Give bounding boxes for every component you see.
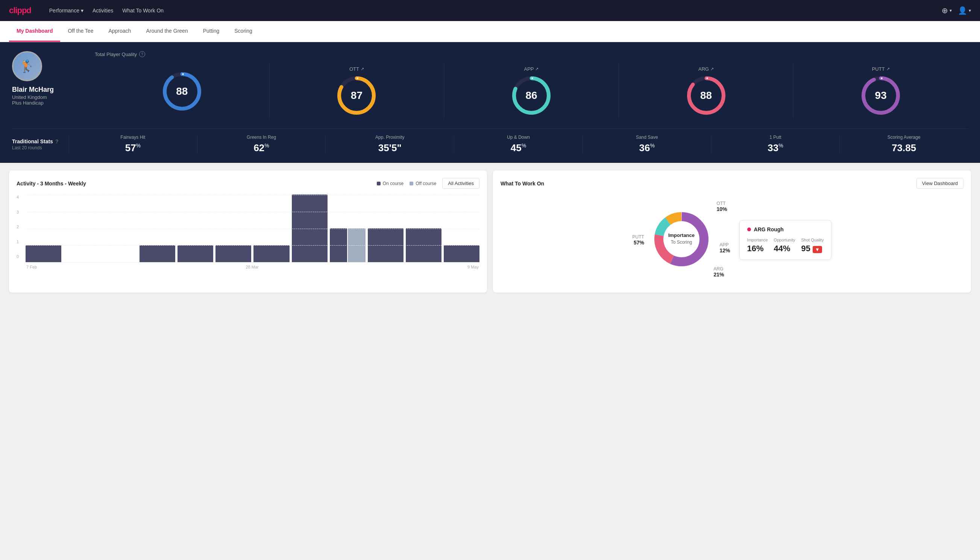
putt-label: PUTT ↗ bbox=[872, 66, 890, 72]
ott-donut-label: OTT 10% bbox=[717, 201, 727, 212]
add-button[interactable]: ⊕ ▾ bbox=[942, 6, 952, 15]
stat-app-proximity: App. Proximity 35'5" bbox=[325, 135, 454, 154]
wtwon-title: What To Work On bbox=[501, 180, 544, 187]
metric-label-opportunity: Opportunity bbox=[774, 238, 795, 242]
hero-top: 🏌️ Blair McHarg United Kingdom Plus Hand… bbox=[12, 51, 968, 119]
stat-label: Up & Down bbox=[507, 135, 530, 140]
app-ring: 86 bbox=[511, 75, 552, 116]
tab-approach[interactable]: Approach bbox=[101, 21, 138, 42]
trad-stats-label: Traditional Stats ? Last 20 rounds bbox=[12, 138, 68, 150]
stat-value: 45% bbox=[511, 142, 526, 154]
svg-text:Importance: Importance bbox=[668, 232, 695, 238]
tab-around-the-green[interactable]: Around the Green bbox=[138, 21, 195, 42]
bar-group-9 bbox=[330, 228, 366, 262]
stat-label: Sand Save bbox=[636, 135, 658, 140]
putt-value: 93 bbox=[875, 90, 887, 102]
x-label-feb: 7 Feb bbox=[26, 265, 37, 269]
bar-group-12 bbox=[444, 245, 479, 262]
tab-putting[interactable]: Putting bbox=[196, 21, 227, 42]
scores-row: 88 OTT ↗ 87 bbox=[95, 63, 968, 119]
info-card-header: ARG Rough bbox=[747, 227, 824, 232]
trad-help-icon[interactable]: ? bbox=[55, 138, 59, 144]
x-label-mar: 28 Mar bbox=[246, 265, 258, 269]
shot-quality-badge: ▼ bbox=[813, 246, 822, 253]
chart-legend: On course Off course All Activities bbox=[377, 178, 479, 189]
nav-activities[interactable]: Activities bbox=[93, 8, 113, 13]
view-dashboard-button[interactable]: View Dashboard bbox=[917, 178, 963, 189]
ott-label: OTT ↗ bbox=[349, 66, 364, 72]
logo[interactable]: clippd bbox=[9, 6, 31, 15]
info-card-dot bbox=[747, 228, 751, 231]
tpq-label: Total Player Quality ? bbox=[95, 51, 968, 57]
stat-value: 35'5" bbox=[378, 142, 402, 154]
hero-section: 🏌️ Blair McHarg United Kingdom Plus Hand… bbox=[0, 42, 980, 163]
metric-label-shot-quality: Shot Quality bbox=[801, 238, 824, 242]
bar-group-5 bbox=[178, 245, 213, 262]
tab-off-the-tee[interactable]: Off the Tee bbox=[60, 21, 101, 42]
bar-on-5 bbox=[178, 245, 213, 262]
activity-panel: Activity - 3 Months - Weekly On course O… bbox=[9, 170, 487, 293]
ott-ring: 87 bbox=[336, 75, 377, 116]
activity-chart-title: Activity - 3 Months - Weekly bbox=[17, 180, 86, 187]
trad-stats-title: Traditional Stats ? bbox=[12, 138, 68, 144]
y-label-2: 2 bbox=[17, 225, 19, 229]
donut-svg-container: Importance To Scoring bbox=[651, 209, 712, 271]
y-axis: 4 3 2 1 0 bbox=[17, 195, 19, 260]
arg-label: ARG ↗ bbox=[698, 66, 714, 72]
player-name: Blair McHarg bbox=[12, 86, 54, 93]
what-to-work-on-panel: What To Work On View Dashboard PUTT 57% bbox=[493, 170, 971, 293]
bar-on-4 bbox=[140, 245, 175, 262]
donut-svg: Importance To Scoring bbox=[651, 209, 712, 269]
nav-links: Performance ▾ Activities What To Work On bbox=[49, 8, 163, 13]
score-putt: PUTT ↗ 93 bbox=[793, 63, 968, 119]
overall-ring: 88 bbox=[161, 71, 203, 112]
metric-importance: Importance 16% bbox=[747, 238, 768, 253]
all-activities-button[interactable]: All Activities bbox=[442, 178, 479, 189]
stat-label: 1 Putt bbox=[769, 135, 781, 140]
stat-label: Fairways Hit bbox=[120, 135, 145, 140]
score-arg: ARG ↗ 88 bbox=[619, 63, 794, 119]
stat-scoring-average: Scoring Average 73.85 bbox=[839, 135, 968, 154]
bar-on-6 bbox=[215, 245, 251, 262]
traditional-stats: Traditional Stats ? Last 20 rounds Fairw… bbox=[12, 128, 968, 154]
x-label-may: 9 May bbox=[468, 265, 479, 269]
player-handicap: Plus Handicap bbox=[12, 100, 43, 106]
info-card-metrics: Importance 16% Opportunity 44% Shot Qual… bbox=[747, 238, 824, 253]
panels: Activity - 3 Months - Weekly On course O… bbox=[0, 163, 980, 300]
chevron-down-icon: ▾ bbox=[81, 8, 83, 13]
nav-right: ⊕ ▾ 👤 ▾ bbox=[942, 6, 971, 15]
legend-dot-off bbox=[409, 182, 413, 185]
putt-ring: 93 bbox=[860, 75, 902, 116]
chevron-down-icon: ▾ bbox=[969, 8, 971, 13]
nav-what-to-work-on[interactable]: What To Work On bbox=[122, 8, 163, 13]
x-axis: 7 Feb 28 Mar 9 May bbox=[26, 265, 479, 269]
activity-panel-header: Activity - 3 Months - Weekly On course O… bbox=[17, 178, 479, 189]
metric-value-importance: 16% bbox=[747, 244, 764, 253]
navbar: clippd Performance ▾ Activities What To … bbox=[0, 0, 980, 21]
trad-stats-subtitle: Last 20 rounds bbox=[12, 145, 68, 150]
stat-value: 57% bbox=[125, 142, 141, 154]
score-ott: OTT ↗ 87 bbox=[269, 63, 444, 119]
wtwon-header: What To Work On View Dashboard bbox=[501, 178, 963, 189]
user-menu-button[interactable]: 👤 ▾ bbox=[958, 6, 971, 15]
tab-my-dashboard[interactable]: My Dashboard bbox=[9, 21, 60, 42]
bar-on-7 bbox=[253, 245, 289, 262]
stat-sand-save: Sand Save 36% bbox=[582, 135, 711, 154]
tabs-bar: My Dashboard Off the Tee Approach Around… bbox=[0, 21, 980, 42]
overall-value: 88 bbox=[176, 85, 188, 97]
nav-performance[interactable]: Performance ▾ bbox=[49, 8, 83, 13]
donut-area: PUTT 57% bbox=[632, 195, 730, 285]
score-app: APP ↗ 86 bbox=[444, 63, 619, 119]
stat-value: 73.85 bbox=[892, 142, 916, 154]
arrow-icon: ↗ bbox=[535, 67, 539, 72]
help-icon[interactable]: ? bbox=[139, 51, 145, 57]
tab-scoring[interactable]: Scoring bbox=[227, 21, 260, 42]
ott-value: 87 bbox=[351, 90, 363, 102]
donut-wrapper: PUTT 57% bbox=[632, 195, 730, 285]
chevron-down-icon: ▾ bbox=[950, 8, 952, 13]
stat-value: 36% bbox=[639, 142, 655, 154]
bar-off-9 bbox=[348, 228, 366, 262]
svg-text:To Scoring: To Scoring bbox=[671, 240, 692, 245]
arrow-icon: ↗ bbox=[361, 67, 364, 72]
bar-group-10 bbox=[368, 228, 404, 262]
